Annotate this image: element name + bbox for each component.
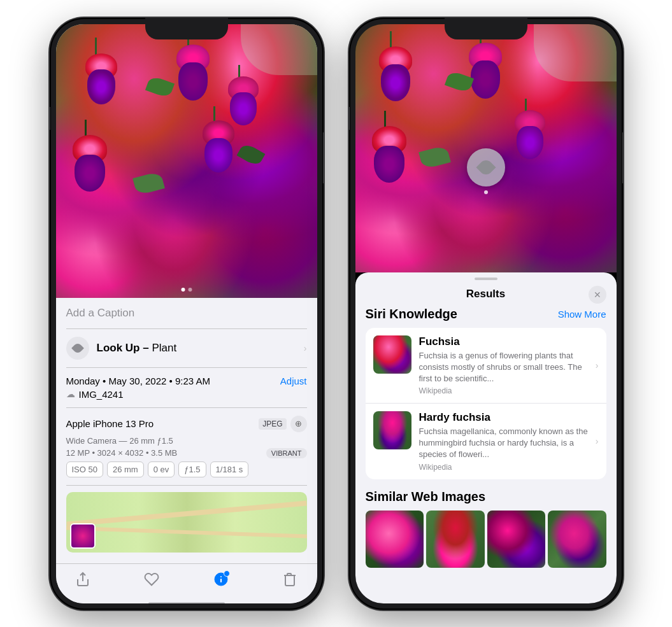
similar-img-3[interactable] [487,511,546,568]
hardy-info: Hardy fuchsia Fuchsia magellanica, commo… [419,411,588,472]
leaf-icon-large [476,157,496,177]
hardy-name: Hardy fuchsia [419,411,588,424]
exif-focal: 26 mm [107,461,144,477]
show-more-button[interactable]: Show More [558,309,606,320]
results-content: Siri Knowledge Show More Fuchsia Fuchsia… [355,307,617,603]
lookup-icon [66,337,89,360]
adjust-button[interactable]: Adjust [280,376,307,386]
left-screen: Add a Caption Look Up – Plant › Monday •… [56,24,317,603]
drag-handle[interactable] [475,278,497,280]
device-badges: JPEG ⊕ [259,416,306,432]
similar-img-4[interactable] [548,511,606,568]
knowledge-item-hardy[interactable]: Hardy fuchsia Fuchsia magellanica, commo… [366,404,606,479]
knowledge-item-fuchsia[interactable]: Fuchsia Fuchsia is a genus of flowering … [366,328,606,404]
exif-shutter: 1/181 s [210,461,249,477]
lookup-text: Look Up – Plant [97,342,177,355]
fuchsia-source: Wikipedia [419,386,588,395]
similar-section: Similar Web Images [366,490,606,568]
dot-1 [181,288,185,292]
similar-images-row [366,511,606,568]
hardy-chevron: › [596,436,599,446]
exif-iso: ISO 50 [66,461,103,477]
photo-dot-indicator [181,288,192,292]
trash-button[interactable] [282,572,297,591]
metadata-date: Monday • May 30, 2022 • 9:23 AM [66,376,210,386]
exif-aperture: ƒ1.5 [178,461,206,477]
fuchsia-thumbnail [373,335,411,374]
dot-2 [188,288,192,292]
visual-intel-badge[interactable] [467,148,505,187]
similar-img-1[interactable] [366,511,424,568]
fuchsia-desc: Fuchsia is a genus of flowering plants t… [419,350,588,385]
home-indicator [148,602,225,603]
fuchsia-info: Fuchsia Fuchsia is a genus of flowering … [419,335,588,396]
intel-dot [484,190,488,194]
resolution-details: 12 MP • 3024 × 4032 • 3.5 MB VIBRANT [66,448,307,458]
vibrant-badge: VIBRANT [266,448,307,458]
metadata-filename: ☁ IMG_4241 [66,389,307,400]
photo-area[interactable] [56,24,317,298]
device-row: Apple iPhone 13 Pro JPEG ⊕ [66,416,307,432]
map-road-1 [66,500,306,526]
map-background [66,492,307,553]
results-panel: Results ✕ Siri Knowledge Show More [355,272,617,603]
results-title: Results [466,288,505,300]
map-preview[interactable] [66,492,307,553]
sim-img-3-bg [487,511,546,568]
info-badge [224,570,230,577]
metadata-row: Monday • May 30, 2022 • 9:23 AM Adjust [66,376,307,386]
siri-knowledge-header: Siri Knowledge Show More [366,307,606,321]
info-panel: Add a Caption Look Up – Plant › Monday •… [56,298,317,563]
lookup-plant: Plant [149,342,176,354]
share-button[interactable] [75,572,90,591]
hardy-thumbnail [373,411,411,449]
similar-title: Similar Web Images [366,490,486,504]
close-button[interactable]: ✕ [589,286,606,304]
knowledge-card: Fuchsia Fuchsia is a genus of flowering … [366,328,606,479]
fuchsia-chevron: › [596,360,599,370]
sim-img-2-bg [426,511,485,568]
sim-img-1-bg [366,511,424,568]
bottom-toolbar [56,563,317,603]
cloud-icon: ☁ [66,389,75,399]
camera-details: Wide Camera — 26 mm ƒ1.5 [66,436,307,446]
right-notch [445,18,527,39]
lookup-chevron: › [304,343,307,353]
heart-button[interactable] [144,572,159,591]
lookup-row[interactable]: Look Up – Plant › [66,329,307,368]
device-section: Apple iPhone 13 Pro JPEG ⊕ Wide Camera —… [66,408,307,486]
hardy-desc: Fuchsia magellanica, commonly known as t… [419,426,588,461]
sim-img-4-bg [548,511,606,568]
results-header: Results ✕ [355,283,617,307]
similar-img-2[interactable] [426,511,485,568]
fuchsia-image [56,24,317,298]
similar-header: Similar Web Images [366,490,606,504]
map-road-2 [66,526,307,538]
caption-input[interactable]: Add a Caption [66,298,307,329]
notch [145,18,228,39]
exif-row: ISO 50 26 mm 0 ev ƒ1.5 1/181 s [66,461,307,477]
fuchsia-name: Fuchsia [419,335,588,348]
fuchsia-thumb-image [373,335,411,374]
hardy-thumb-image [373,411,411,449]
metadata-section: Monday • May 30, 2022 • 9:23 AM Adjust ☁… [66,368,307,408]
visual-intel-overlay[interactable] [467,148,505,187]
format-badge: JPEG [259,418,286,430]
right-photo-area [355,24,617,272]
right-screen: Results ✕ Siri Knowledge Show More [355,24,617,603]
info-button[interactable] [213,572,229,591]
leaf-icon [71,342,84,355]
right-phone: Results ✕ Siri Knowledge Show More [349,18,623,610]
geo-button[interactable]: ⊕ [290,416,307,432]
siri-knowledge-title: Siri Knowledge [366,307,457,321]
map-photo-thumb [70,523,96,549]
exif-ev: 0 ev [148,461,175,477]
filename-text: IMG_4241 [79,389,124,400]
hardy-source: Wikipedia [419,463,588,472]
device-name: Apple iPhone 13 Pro [66,418,154,429]
left-phone: Add a Caption Look Up – Plant › Monday •… [50,18,324,610]
lookup-bold: Look Up – [97,342,149,354]
